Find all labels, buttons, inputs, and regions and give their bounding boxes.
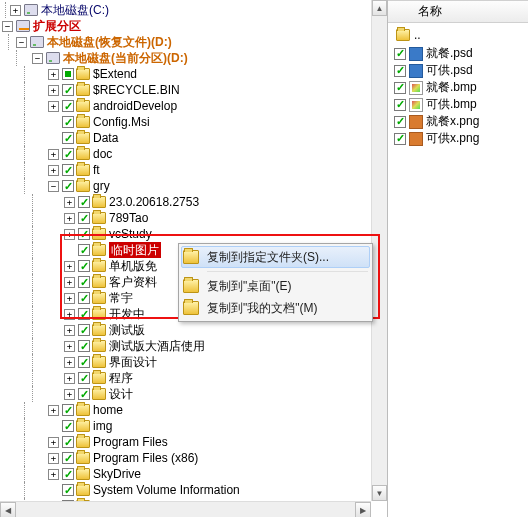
checkbox[interactable] [62, 148, 74, 160]
file-row[interactable]: 就餐.bmp [394, 79, 528, 96]
scroll-up-button[interactable]: ▲ [372, 0, 387, 16]
checkbox[interactable] [78, 340, 90, 352]
ctx-copy-to-desktop[interactable]: 复制到"桌面"(E) [181, 275, 370, 297]
file-row[interactable]: 可供.bmp [394, 96, 528, 113]
checkbox[interactable] [62, 132, 74, 144]
tree-label[interactable]: 界面设计 [109, 354, 157, 370]
expand-toggle[interactable]: + [48, 469, 59, 480]
checkbox[interactable] [78, 356, 90, 368]
tree-label[interactable]: 本地磁盘(C:) [41, 2, 109, 18]
checkbox[interactable] [394, 133, 406, 145]
scroll-down-button[interactable]: ▼ [372, 485, 387, 501]
tree-label[interactable]: gry [93, 178, 110, 194]
checkbox[interactable] [394, 65, 406, 77]
checkbox[interactable] [78, 212, 90, 224]
tree-label[interactable]: home [93, 402, 123, 418]
scroll-left-button[interactable]: ◀ [0, 502, 16, 517]
checkbox[interactable] [62, 68, 74, 80]
expand-toggle[interactable]: + [64, 373, 75, 384]
expand-toggle[interactable]: + [48, 453, 59, 464]
checkbox[interactable] [78, 292, 90, 304]
expand-toggle[interactable]: + [48, 405, 59, 416]
tree-label[interactable]: $RECYCLE.BIN [93, 82, 180, 98]
checkbox[interactable] [62, 100, 74, 112]
collapse-toggle[interactable]: − [2, 21, 13, 32]
tree-label[interactable]: 设计 [109, 386, 133, 402]
tree-label[interactable]: 本地磁盘(当前分区)(D:) [63, 50, 188, 66]
tree-label[interactable]: SkyDrive [93, 466, 141, 482]
collapse-toggle[interactable]: − [16, 37, 27, 48]
expand-toggle[interactable]: + [64, 213, 75, 224]
tree-label[interactable]: 扩展分区 [33, 18, 81, 34]
checkbox[interactable] [62, 420, 74, 432]
tree-label[interactable]: ft [93, 162, 100, 178]
expand-toggle[interactable]: + [48, 165, 59, 176]
expand-toggle[interactable]: + [48, 437, 59, 448]
tree-label[interactable]: System Volume Information [93, 482, 240, 498]
checkbox[interactable] [62, 164, 74, 176]
checkbox[interactable] [394, 116, 406, 128]
collapse-toggle[interactable]: − [32, 53, 43, 64]
tree-label[interactable]: 23.0.20618.2753 [109, 194, 199, 210]
expand-toggle[interactable]: + [48, 85, 59, 96]
parent-folder-row[interactable]: .. [394, 27, 528, 43]
file-row[interactable]: 可供.psd [394, 62, 528, 79]
checkbox[interactable] [394, 82, 406, 94]
checkbox[interactable] [78, 276, 90, 288]
expand-toggle[interactable]: + [64, 261, 75, 272]
tree-label[interactable]: vcStudy [109, 226, 152, 242]
collapse-toggle[interactable]: − [48, 181, 59, 192]
checkbox[interactable] [62, 436, 74, 448]
checkbox[interactable] [394, 99, 406, 111]
tree-label[interactable]: Program Files (x86) [93, 450, 198, 466]
checkbox[interactable] [62, 84, 74, 96]
ctx-copy-to-folder[interactable]: 复制到指定文件夹(S)... [181, 246, 370, 268]
checkbox[interactable] [78, 260, 90, 272]
checkbox[interactable] [62, 468, 74, 480]
expand-toggle[interactable]: + [64, 293, 75, 304]
checkbox[interactable] [78, 324, 90, 336]
column-header[interactable]: 名称 [388, 1, 528, 23]
tree-label[interactable]: androidDevelop [93, 98, 177, 114]
tree-label[interactable]: 测试版大酒店使用 [109, 338, 205, 354]
checkbox[interactable] [78, 244, 90, 256]
horizontal-scrollbar[interactable]: ◀ ▶ [0, 501, 371, 517]
checkbox[interactable] [78, 196, 90, 208]
expand-toggle[interactable]: + [64, 357, 75, 368]
checkbox[interactable] [78, 308, 90, 320]
tree-label[interactable]: 789Tao [109, 210, 148, 226]
expand-toggle[interactable]: + [64, 197, 75, 208]
expand-toggle[interactable]: + [48, 69, 59, 80]
expand-toggle[interactable]: + [10, 5, 21, 16]
checkbox[interactable] [62, 180, 74, 192]
file-row[interactable]: 就餐x.png [394, 113, 528, 130]
tree-label[interactable]: Data [93, 130, 118, 146]
tree-label[interactable]: 测试版 [109, 322, 145, 338]
tree-label[interactable]: doc [93, 146, 112, 162]
tree-label[interactable]: 单机版免 [109, 258, 157, 274]
ctx-copy-to-documents[interactable]: 复制到"我的文档"(M) [181, 297, 370, 319]
expand-toggle[interactable]: + [64, 277, 75, 288]
file-row[interactable]: 就餐.psd [394, 45, 528, 62]
tree-label[interactable]: img [93, 418, 112, 434]
checkbox[interactable] [394, 48, 406, 60]
checkbox[interactable] [62, 404, 74, 416]
tree-label[interactable]: Program Files [93, 434, 168, 450]
expand-toggle[interactable]: + [48, 101, 59, 112]
vertical-scrollbar[interactable]: ▲ ▼ [371, 0, 387, 501]
tree-label[interactable]: 客户资料 [109, 274, 157, 290]
checkbox[interactable] [62, 116, 74, 128]
scroll-right-button[interactable]: ▶ [355, 502, 371, 517]
expand-toggle[interactable]: + [64, 389, 75, 400]
checkbox[interactable] [78, 372, 90, 384]
checkbox[interactable] [78, 228, 90, 240]
expand-toggle[interactable]: + [64, 341, 75, 352]
tree-label-selected[interactable]: 临时图片 [109, 242, 161, 258]
tree-label[interactable]: 开发中 [109, 306, 145, 322]
tree-label[interactable]: $Extend [93, 66, 137, 82]
tree-label[interactable]: 常宇 [109, 290, 133, 306]
expand-toggle[interactable]: + [48, 149, 59, 160]
expand-toggle[interactable]: + [64, 309, 75, 320]
tree-label[interactable]: 程序 [109, 370, 133, 386]
checkbox[interactable] [78, 388, 90, 400]
